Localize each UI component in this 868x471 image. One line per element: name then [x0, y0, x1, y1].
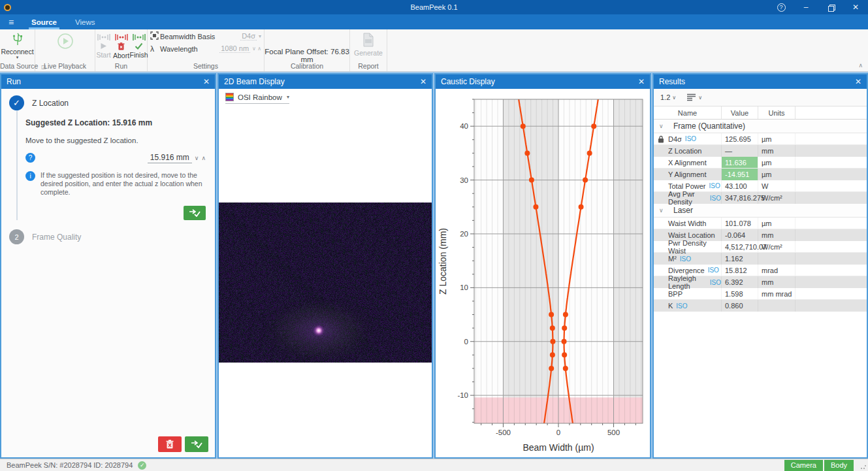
menu-bar: ≡ Source Views [0, 14, 868, 29]
help-icon: ? [777, 3, 786, 12]
wavelength-input[interactable]: 1080 nm [219, 44, 250, 53]
caustic-display-panel: Caustic Display ✕ -10010203040-5000500Be… [434, 73, 651, 459]
table-row[interactable]: KISO0.860 [654, 300, 867, 312]
device-status-text: BeamPeek S/N: #2028794 ID: 2028794 [7, 461, 133, 469]
caustic-glyph-icon [115, 33, 128, 41]
result-units: µm [758, 218, 796, 229]
svg-text:500: 500 [607, 429, 620, 436]
tab-views[interactable]: Views [66, 14, 104, 29]
result-value: 1.598 [722, 288, 758, 299]
cancel-run-button[interactable] [158, 436, 182, 452]
minimize-button[interactable]: – [794, 0, 818, 14]
caustic-glyph-icon [133, 33, 146, 41]
result-value: -14.951 [722, 169, 758, 180]
live-playback-button[interactable] [35, 33, 95, 50]
finish-button[interactable]: Finish [131, 33, 147, 59]
result-name: Z Location [668, 145, 722, 157]
step-number: 2 [9, 229, 24, 244]
step-frame-quality[interactable]: 2 Frame Quality [9, 229, 215, 244]
table-row[interactable]: BPP1.598mm mrad [654, 288, 867, 300]
play-icon [100, 42, 107, 50]
collapse-ribbon-button[interactable]: ∧ [858, 62, 863, 69]
panel-title: Run [7, 77, 21, 86]
table-row[interactable]: M²ISO1.162 [654, 253, 867, 265]
iso-tag[interactable]: ISO [685, 135, 696, 142]
status-bar: BeamPeek S/N: #2028794 ID: 2028794 ✓ Cam… [0, 459, 868, 471]
usb-icon [12, 33, 23, 46]
iso-tag[interactable]: ISO [710, 195, 721, 202]
close-panel-icon[interactable]: ✕ [851, 77, 861, 86]
application-window: BeamPeek 0.1 ? – ✕ ≡ Source Views Reconn… [0, 0, 868, 471]
advance-step-button[interactable] [184, 206, 206, 220]
trash-x-icon [166, 440, 174, 449]
tab-source[interactable]: Source [22, 14, 66, 29]
iso-tag[interactable]: ISO [708, 267, 719, 274]
result-value: 15.812 [722, 265, 758, 276]
iso-tag[interactable]: ISO [680, 255, 691, 263]
table-row[interactable]: Rayleigh LengthISO6.392mm [654, 276, 867, 288]
status-ok-icon: ✓ [138, 461, 146, 470]
run-panel-header: Run ✕ [1, 74, 215, 89]
resize-grip[interactable] [860, 463, 867, 470]
z-stepper[interactable]: ∨∧ [195, 155, 208, 161]
close-panel-icon[interactable]: ✕ [634, 77, 645, 86]
reconnect-dropdown-icon: ▾ [16, 56, 19, 59]
result-name: M²ISO [668, 253, 722, 265]
table-row[interactable]: Avg Pwr DensityISO347,816.275W/cm² [654, 192, 867, 204]
run-panel: Run ✕ ✓ Z Location Suggested Z Location:… [0, 73, 216, 459]
result-name: Y Alignment [668, 169, 722, 180]
result-units: mm [758, 229, 796, 241]
ribbon-group-live-playback: Live Playback [35, 29, 95, 71]
precision-select[interactable]: 1.2 ∨ [660, 93, 676, 101]
result-value: 6.392 [722, 276, 758, 288]
table-row[interactable]: D4σISO125.695µm [654, 133, 867, 145]
chevron-down-icon: ∨ [698, 95, 702, 101]
abort-button[interactable]: Abort [114, 33, 129, 59]
iso-tag[interactable]: ISO [710, 279, 721, 286]
result-units: µm [758, 133, 796, 144]
chevron-down-icon: ∨ [659, 123, 668, 129]
result-name: D4σISO [668, 133, 722, 144]
caustic-chart: -10010203040-5000500Beam Width (µm)Z Loc… [436, 89, 650, 457]
chevron-down-icon: ∨ [659, 207, 668, 214]
result-units: mm mrad [758, 288, 796, 299]
close-button[interactable]: ✕ [843, 0, 868, 14]
colormap-select[interactable]: OSI Rainbow ▾ [225, 93, 289, 104]
result-value: 4,512,710.07 [722, 241, 758, 252]
generate-report-button[interactable]: Generate [350, 33, 387, 57]
restore-button[interactable] [818, 0, 843, 14]
step-z-location[interactable]: ✓ Z Location [9, 95, 215, 110]
start-button[interactable]: Start [96, 33, 112, 59]
result-units: W/cm² [758, 241, 796, 252]
results-group-row[interactable]: ∨Laser [654, 204, 867, 218]
table-row[interactable]: Z Location—mm [654, 145, 867, 157]
title-bar: BeamPeek 0.1 ? – ✕ [0, 0, 868, 14]
table-row[interactable]: X Alignment11.636µm [654, 157, 867, 169]
chevron-down-icon: ∨ [672, 95, 676, 101]
arrow-check-icon [189, 209, 201, 217]
column-layout-select[interactable]: ∨ [686, 93, 702, 102]
result-value: 43.100 [722, 180, 758, 191]
iso-tag[interactable]: ISO [676, 302, 687, 310]
result-name: BPP [668, 288, 722, 299]
results-group-row[interactable]: ∨Frame (Quantitative) [654, 120, 867, 133]
iso-tag[interactable]: ISO [709, 182, 720, 189]
svg-text:0: 0 [556, 429, 560, 436]
table-row[interactable]: Waist Width101.078µm [654, 218, 867, 229]
result-units: W/cm² [758, 192, 796, 204]
window-title: BeamPeek 0.1 [0, 3, 868, 11]
table-row[interactable]: Y Alignment-14.951µm [654, 169, 867, 180]
question-icon[interactable]: ? [25, 153, 35, 163]
results-panel-header: Results ✕ [654, 74, 867, 89]
continue-run-button[interactable] [185, 436, 208, 452]
svg-text:20: 20 [460, 230, 468, 238]
close-panel-icon[interactable]: ✕ [416, 77, 426, 86]
beamwidth-basis-select[interactable]: D4σ [240, 32, 257, 41]
close-panel-icon[interactable]: ✕ [199, 77, 210, 86]
help-button[interactable]: ? [769, 0, 794, 14]
beam-image [219, 203, 432, 363]
hamburger-menu-button[interactable]: ≡ [0, 14, 22, 29]
reconnect-button[interactable]: Reconnect ▾ [0, 33, 35, 59]
z-location-input[interactable]: 15.916 mm [148, 152, 192, 163]
table-row[interactable]: Pwr Density Waist4,512,710.07W/cm² [654, 241, 867, 253]
